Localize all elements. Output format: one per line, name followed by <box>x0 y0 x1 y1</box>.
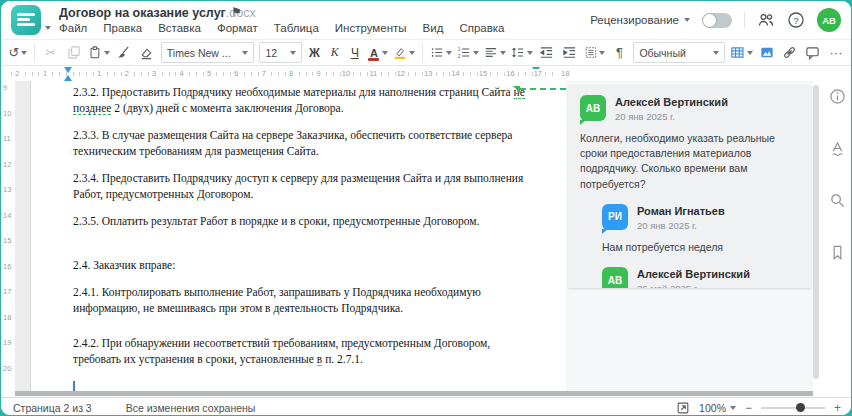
zoom-out-button[interactable]: − <box>745 401 752 415</box>
comment-author: Алексей Вертинский <box>637 267 750 280</box>
comment-reply[interactable]: РИ Роман Игнатьев 20 янв 2025 г. <box>602 204 799 231</box>
comment-body: Нам потребуется неделя <box>602 240 799 255</box>
cut-button[interactable]: ✂ <box>42 43 60 63</box>
horizontal-scrollbar[interactable] <box>15 391 813 396</box>
bookmark-icon[interactable] <box>828 243 846 261</box>
comment-reply[interactable]: АВ Алексей Вертинский 26 май 2025 г. <box>602 267 799 288</box>
highlight-color-button[interactable] <box>393 43 415 63</box>
comment-date: 26 май 2025 г. <box>637 283 750 288</box>
vertical-scrollbar[interactable] <box>813 85 819 379</box>
align-button[interactable] <box>484 43 506 63</box>
info-icon[interactable] <box>828 87 846 105</box>
ruler-number: 15 <box>3 236 11 245</box>
ruler-number: 1 <box>96 69 102 78</box>
text-cursor <box>73 381 75 391</box>
document-workspace: 91011121314151617181920 2.3.2. Предостав… <box>1 81 851 391</box>
image-icon <box>759 45 775 60</box>
font-color-icon: А <box>367 47 380 59</box>
vertical-ruler[interactable]: 91011121314151617181920 <box>1 81 15 391</box>
zoom-in-button[interactable]: + <box>834 401 841 415</box>
document-title: Договор на оказание услуг.docx <box>59 6 256 20</box>
help-icon[interactable]: ? <box>787 11 805 29</box>
ruler-number: 16 <box>3 262 11 271</box>
paste-icon <box>88 45 102 60</box>
decrease-indent-button[interactable] <box>538 43 556 63</box>
bullet-list-button[interactable] <box>430 43 452 63</box>
menu-item-file[interactable]: Файл <box>59 22 87 34</box>
ruler-number: 17 <box>3 287 11 296</box>
more-tools-button[interactable]: ··· <box>827 43 845 63</box>
menu-item-format[interactable]: Формат <box>217 22 258 34</box>
spellcheck-icon[interactable] <box>828 139 846 157</box>
zoom-slider[interactable] <box>761 407 825 409</box>
comment-body: Коллеги, необходимо указать реальные сро… <box>580 131 799 192</box>
ruler-number: 19 <box>3 338 11 347</box>
menu-item-edit[interactable]: Правка <box>103 22 142 34</box>
collaborators-icon[interactable] <box>757 11 775 29</box>
insert-comment-button[interactable] <box>804 43 822 63</box>
paste-button[interactable] <box>88 43 110 63</box>
horizontal-ruler[interactable]: 21123456789101112131415161718 <box>1 67 566 82</box>
app-menu-caret-icon[interactable] <box>45 18 51 36</box>
document-title-text: Договор на оказание услуг <box>59 6 226 20</box>
ruler-number: 11 <box>368 69 378 78</box>
menu-item-insert[interactable]: Вставка <box>158 22 201 34</box>
ruler-number: 10 <box>341 69 351 78</box>
menubar: Файл Правка Вставка Формат Таблица Инстр… <box>59 22 505 34</box>
format-painter-button[interactable] <box>115 43 133 63</box>
ruler-ticks <box>11 72 559 76</box>
review-toggle[interactable] <box>702 13 732 28</box>
paragraph-style-select[interactable]: Обычный <box>633 42 725 63</box>
comment[interactable]: АВ Алексей Вертинский 20 янв 2025 г. <box>580 95 799 122</box>
ruler-number: 17 <box>533 69 543 78</box>
divider <box>744 11 745 29</box>
review-mode-dropdown[interactable]: Рецензирование <box>590 14 690 26</box>
ruler-number: 20 <box>3 364 11 373</box>
doc-paragraph: 2.3.5. Оплатить результат Работ в порядк… <box>73 214 538 230</box>
menu-item-table[interactable]: Таблица <box>274 22 319 34</box>
copy-button[interactable] <box>65 43 83 63</box>
page-margins-button[interactable] <box>584 43 606 63</box>
bold-button[interactable]: Ж <box>307 46 322 60</box>
app-logo-icon[interactable] <box>11 5 41 35</box>
document-page[interactable]: 2.3.2. Предоставить Подрядчику необходим… <box>31 81 566 391</box>
search-icon[interactable] <box>828 191 846 209</box>
underline-button[interactable]: Ч <box>347 46 362 60</box>
doc-paragraph: 2.4. Заказчик вправе: <box>73 258 538 274</box>
right-sidebar <box>821 67 851 391</box>
comment-thread[interactable]: АВ Алексей Вертинский 20 янв 2025 г. Кол… <box>568 85 811 288</box>
numbered-list-button[interactable]: 12 <box>457 43 479 63</box>
show-paragraph-marks-button[interactable]: ¶ <box>610 43 628 63</box>
menu-item-view[interactable]: Вид <box>423 22 444 34</box>
insert-link-button[interactable] <box>781 43 799 63</box>
favorite-flag-icon[interactable]: ⚑ <box>231 5 242 19</box>
pilcrow-icon: ¶ <box>616 45 623 60</box>
insert-image-button[interactable] <box>758 43 776 63</box>
ruler-number: 11 <box>3 134 11 143</box>
menu-item-help[interactable]: Справка <box>459 22 504 34</box>
increase-indent-button[interactable] <box>561 43 579 63</box>
first-line-indent-marker[interactable] <box>64 67 72 73</box>
insert-table-button[interactable] <box>730 43 753 63</box>
svg-text:?: ? <box>793 16 798 26</box>
titlebar: Договор на оказание услуг.docx ⚑ Файл Пр… <box>1 1 851 39</box>
zoom-slider-handle[interactable] <box>796 403 805 412</box>
comment-icon <box>805 45 820 60</box>
font-family-select[interactable]: Times New ... <box>161 42 255 63</box>
undo-button[interactable]: ↺ <box>9 43 27 63</box>
line-spacing-button[interactable] <box>511 43 533 63</box>
menu-item-tools[interactable]: Инструменты <box>335 22 407 34</box>
user-avatar[interactable]: АВ <box>817 8 841 32</box>
comment-connector-line <box>520 88 566 90</box>
zoom-select[interactable]: 100% <box>699 402 736 414</box>
page-margins-icon <box>584 45 598 60</box>
clear-style-button[interactable] <box>138 43 156 63</box>
italic-button[interactable]: К <box>327 45 342 60</box>
font-size-select[interactable]: 12 <box>259 42 301 63</box>
ruler-number: 4 <box>179 69 185 78</box>
comment-date: 20 янв 2025 г. <box>615 111 728 122</box>
font-color-button[interactable]: А <box>367 43 388 63</box>
ruler-number: 18 <box>3 313 11 322</box>
fit-page-button[interactable] <box>676 401 690 415</box>
divider <box>422 44 423 62</box>
